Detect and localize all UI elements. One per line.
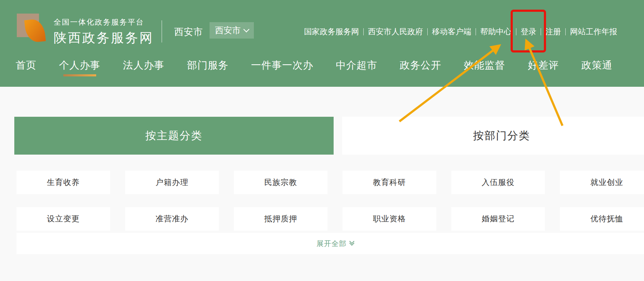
chevron-down-icon [244, 26, 250, 32]
site-logo [17, 14, 45, 43]
category-preferential-care[interactable]: 优待抚恤 [560, 207, 644, 231]
category-marriage-registration[interactable]: 婚姻登记 [451, 207, 545, 231]
nav-home[interactable]: 首页 [16, 59, 36, 71]
double-chevron-down-icon [350, 241, 354, 245]
site-name: 陕西政务服务网 [54, 29, 154, 47]
expand-all-button[interactable]: 展开全部 [16, 233, 644, 254]
link-mobile-client[interactable]: 移动客户端 [428, 26, 476, 37]
category-professional-qualification[interactable]: 职业资格 [343, 207, 436, 231]
link-register[interactable]: 注册 [541, 26, 565, 37]
nav-one-thing-once[interactable]: 一件事一次办 [251, 59, 313, 71]
nav-legal-entity-services[interactable]: 法人办事 [123, 59, 164, 71]
brand-block: 全国一体化政务服务平台 陕西政务服务网 [54, 17, 154, 47]
category-birth-adoption[interactable]: 生育收养 [16, 171, 110, 194]
page: 全国一体化政务服务平台 陕西政务服务网 西安市 西安市 国家政务服务网 西安市人… [0, 0, 644, 281]
tab-by-theme[interactable]: 按主题分类 [14, 117, 334, 155]
main-nav: 首页 个人办事 法人办事 部门服务 一件事一次办 中介超市 政务公开 效能监督 … [16, 59, 613, 71]
link-annual-report[interactable]: 网站工作年报 [566, 26, 621, 37]
nav-personal-services[interactable]: 个人办事 [59, 59, 100, 71]
link-national-gov-site[interactable]: 国家政务服务网 [300, 26, 363, 37]
category-household-registration[interactable]: 户籍办理 [125, 171, 219, 194]
nav-intermediary-market[interactable]: 中介超市 [336, 59, 377, 71]
platform-label: 全国一体化政务服务平台 [54, 17, 154, 27]
link-login[interactable]: 登录 [516, 26, 541, 37]
category-ethnic-religion[interactable]: 民族宗教 [234, 171, 328, 194]
city-selector-value: 西安市 [215, 25, 241, 36]
expand-all-label: 展开全部 [316, 239, 346, 249]
link-help-center[interactable]: 帮助中心 [476, 26, 516, 37]
link-xian-government[interactable]: 西安市人民政府 [364, 26, 427, 37]
nav-personal-services-label: 个人办事 [59, 60, 100, 71]
nav-department-services[interactable]: 部门服务 [187, 59, 228, 71]
utility-links: 国家政务服务网 西安市人民政府 移动客户端 帮助中心 登录 注册 网站工作年报 [300, 26, 621, 37]
category-education-research[interactable]: 教育科研 [343, 171, 436, 194]
active-nav-underline [63, 74, 96, 76]
category-establishment-change[interactable]: 设立变更 [16, 207, 110, 231]
nav-policy[interactable]: 政策通 [581, 59, 613, 71]
category-military-service[interactable]: 入伍服役 [451, 171, 545, 194]
logo-leaf-icon [24, 18, 46, 43]
tab-by-department[interactable]: 按部门分类 [342, 117, 644, 155]
category-business-permit[interactable]: 准营准办 [125, 207, 219, 231]
nav-efficiency-supervision[interactable]: 效能监督 [464, 59, 505, 71]
city-selector[interactable]: 西安市 [210, 22, 254, 39]
brand-divider [162, 20, 162, 42]
nav-gov-disclosure[interactable]: 政务公开 [400, 59, 441, 71]
site-header: 全国一体化政务服务平台 陕西政务服务网 西安市 西安市 国家政务服务网 西安市人… [0, 0, 644, 87]
category-employment-startup[interactable]: 就业创业 [560, 171, 644, 194]
category-mortgage-pledge[interactable]: 抵押质押 [234, 207, 328, 231]
nav-rating[interactable]: 好差评 [528, 59, 559, 71]
current-city-label: 西安市 [174, 26, 203, 38]
